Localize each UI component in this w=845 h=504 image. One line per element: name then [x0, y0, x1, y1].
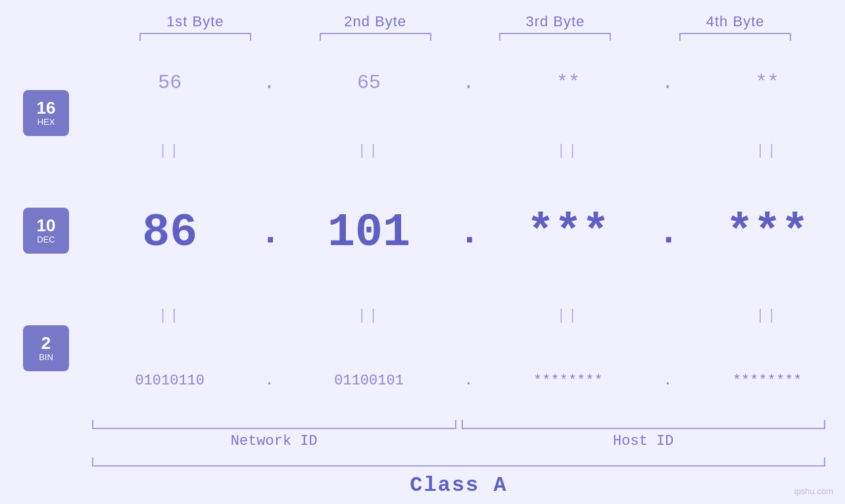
hex-b2: 65 [303, 72, 435, 94]
hex-b3: ** [502, 72, 634, 94]
hex-badge-number: 16 [37, 99, 56, 118]
hex-dot-2: . [458, 72, 478, 94]
network-id-bracket [92, 420, 456, 429]
dec-badge-number: 10 [37, 216, 56, 235]
bottom-section: Network ID Host ID Class A [0, 420, 845, 504]
dec-b2: 101 [303, 207, 435, 259]
eq1-b3: || [502, 143, 634, 159]
dec-dot-3: . [658, 212, 677, 254]
eq2-b4: || [702, 308, 833, 324]
eq2-b3: || [502, 308, 634, 324]
eq1-b2: || [303, 143, 435, 159]
eq1-b1: || [104, 143, 235, 159]
bracket-line-2 [320, 33, 431, 41]
byte-header-2: 2nd Byte [285, 13, 466, 30]
bracket-cell-3 [466, 33, 646, 41]
equals-row-1: || || || || [92, 143, 845, 159]
bin-b2: 01100101 [303, 373, 435, 389]
dec-b1: 86 [104, 207, 235, 259]
byte-header-4: 4th Byte [645, 13, 825, 30]
bracket-cell-1 [105, 33, 285, 41]
bin-dot-3: . [658, 373, 677, 389]
host-id-bracket [462, 420, 826, 429]
content-area: 16 HEX 10 DEC 2 BIN 56 . 65 . ** . ** [0, 41, 845, 420]
byte-headers-row: 1st Byte 2nd Byte 3rd Byte 4th Byte [0, 0, 845, 30]
bracket-line-3 [499, 33, 611, 41]
hex-badge-label: HEX [37, 117, 55, 127]
hex-dot-1: . [260, 72, 279, 94]
bin-b4: ******** [702, 373, 833, 389]
bin-b3: ******** [502, 373, 634, 389]
bottom-brackets [92, 420, 825, 429]
byte-header-1: 1st Byte [105, 13, 285, 30]
class-label: Class A [92, 473, 825, 497]
hex-badge: 16 HEX [23, 90, 69, 136]
bin-dot-2: . [458, 373, 478, 389]
top-brackets-row [0, 33, 845, 41]
dec-data-row: 86 . 101 . *** . *** [92, 207, 845, 259]
bin-b1: 01010110 [104, 373, 235, 389]
main-container: 1st Byte 2nd Byte 3rd Byte 4th Byte 16 H… [0, 0, 845, 504]
dec-badge-label: DEC [37, 235, 55, 244]
bin-dot-1: . [260, 373, 279, 389]
hex-dot-3: . [658, 72, 677, 94]
byte-header-3: 3rd Byte [466, 13, 646, 30]
eq2-b2: || [303, 308, 435, 324]
eq2-b1: || [104, 308, 235, 324]
id-labels-row: Network ID Host ID [92, 433, 825, 449]
dec-b3: *** [502, 207, 634, 259]
network-id-label: Network ID [92, 433, 456, 449]
bin-badge: 2 BIN [23, 325, 69, 371]
eq1-b4: || [702, 143, 833, 159]
bracket-line-4 [679, 33, 791, 41]
watermark: ipshu.com [794, 486, 833, 496]
data-rows: 56 . 65 . ** . ** || || || || 86 [92, 41, 845, 420]
hex-data-row: 56 . 65 . ** . ** [92, 72, 845, 94]
bin-badge-label: BIN [39, 352, 53, 362]
dec-dot-2: . [458, 212, 478, 254]
class-bracket [92, 457, 825, 467]
bracket-line-1 [139, 33, 251, 41]
dec-b4: *** [702, 207, 833, 259]
bin-data-row: 01010110 . 01100101 . ******** . *******… [92, 373, 845, 389]
badges-column: 16 HEX 10 DEC 2 BIN [0, 41, 92, 420]
hex-b4: ** [702, 72, 833, 94]
dec-dot-1: . [260, 212, 279, 254]
dec-badge: 10 DEC [23, 208, 69, 254]
hex-b1: 56 [104, 72, 235, 94]
host-id-label: Host ID [462, 433, 826, 449]
equals-row-2: || || || || [92, 308, 845, 324]
bracket-cell-2 [285, 33, 466, 41]
bin-badge-number: 2 [41, 334, 51, 353]
bracket-cell-4 [645, 33, 825, 41]
